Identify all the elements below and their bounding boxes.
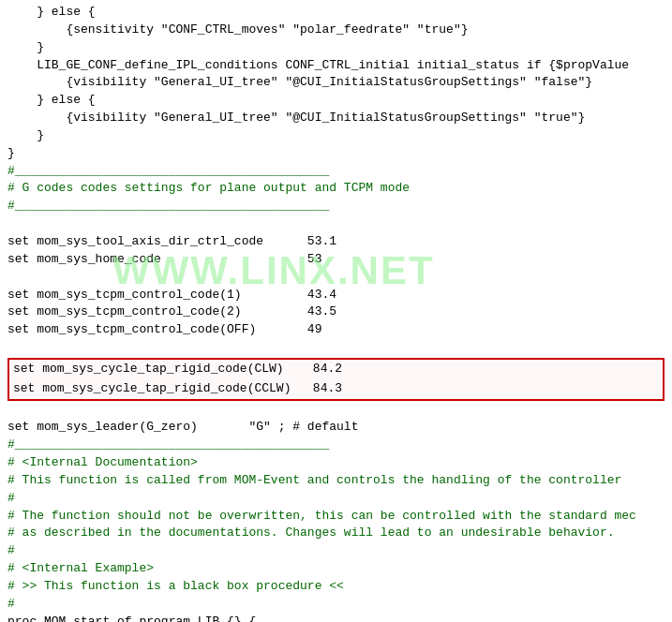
code-line-9: } xyxy=(0,145,672,163)
code-line-3: } xyxy=(0,39,672,57)
code-separator-3: #_______________________________________… xyxy=(0,437,672,454)
code-comment-10: # xyxy=(0,596,672,614)
code-line-14: set mom_sys_tcpm_control_code(OFF) 49 xyxy=(0,321,672,339)
highlight-line-2: set mom_sys_cycle_tap_rigid_code(CCLW) 8… xyxy=(9,379,663,399)
code-comment-3: # This function is called from MOM-Event… xyxy=(0,472,672,490)
code-line-4: LIB_GE_CONF_define_IPL_conditions CONF_C… xyxy=(0,57,672,75)
code-comment-4: # xyxy=(0,490,672,508)
highlight-line-1: set mom_sys_cycle_tap_rigid_code(CLW) 84… xyxy=(9,360,663,379)
code-blank-3 xyxy=(0,339,672,357)
code-separator-2: #_______________________________________… xyxy=(0,198,672,215)
code-line-1: } else { xyxy=(0,4,672,22)
code-line-11: set mom_sys_home_code 53 xyxy=(0,251,672,269)
code-line-13: set mom_sys_tcpm_control_code(2) 43.5 xyxy=(0,304,672,321)
code-line-5: {visibility "General_UI_tree" "@CUI_Init… xyxy=(0,74,672,92)
code-line-2: {sensitivity "CONF_CTRL_moves" "polar_fe… xyxy=(0,22,672,39)
code-line-8: } xyxy=(0,127,672,145)
code-line-7: {visibility "General_UI_tree" "@CUI_Init… xyxy=(0,110,672,127)
code-comment-1: # G codes codes settings for plane outpu… xyxy=(0,180,672,198)
code-editor: WWW.LINX.NET } else { {sensitivity "CONF… xyxy=(0,0,672,622)
code-comment-9: # >> This function is a black box proced… xyxy=(0,578,672,596)
code-comment-5: # The function should not be overwritten… xyxy=(0,508,672,526)
code-line-12: set mom_sys_tcpm_control_code(1) 43.4 xyxy=(0,287,672,304)
code-comment-6: # as described in the documentations. Ch… xyxy=(0,525,672,542)
code-comment-2: # <Internal Documentation> xyxy=(0,454,672,472)
code-line-6: } else { xyxy=(0,92,672,110)
code-blank-1 xyxy=(0,215,672,233)
code-blank-4 xyxy=(0,402,672,420)
code-line-16: proc MOM_start_of_program_LIB {} { xyxy=(0,614,672,622)
highlight-block: set mom_sys_cycle_tap_rigid_code(CLW) 84… xyxy=(7,358,665,401)
code-comment-7: # xyxy=(0,542,672,560)
code-blank-2 xyxy=(0,269,672,287)
code-separator-1: #_______________________________________… xyxy=(0,163,672,181)
code-line-10: set mom_sys_tool_axis_dir_ctrl_code 53.1 xyxy=(0,233,672,251)
code-line-15: set mom_sys_leader(G_zero) "G" ; # defau… xyxy=(0,419,672,437)
code-comment-8: # <Internal Example> xyxy=(0,560,672,578)
